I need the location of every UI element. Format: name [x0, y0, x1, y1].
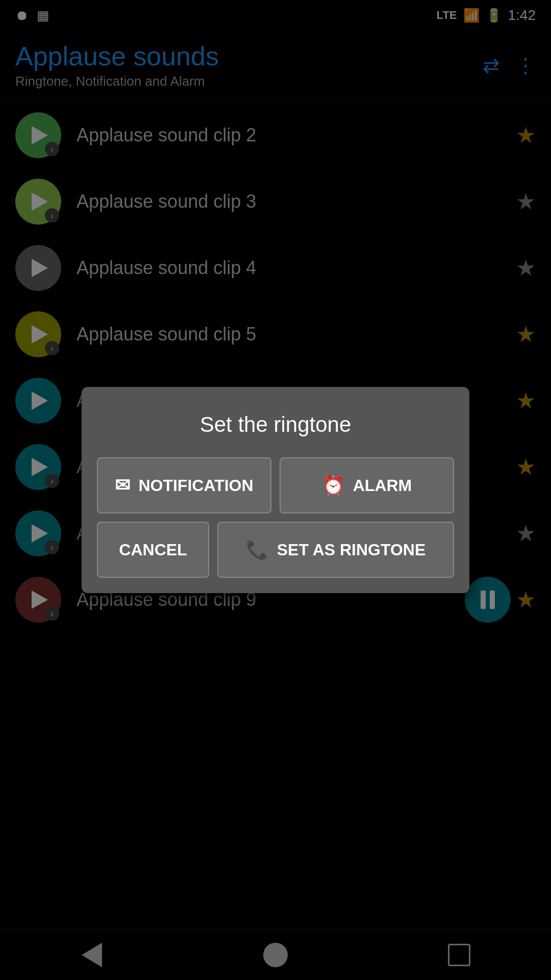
set-ringtone-label: SET AS RINGTONE [277, 541, 426, 559]
dialog-row-2: CANCEL 📞 SET AS RINGTONE [97, 522, 454, 578]
phone-icon: 📞 [246, 539, 269, 560]
ringtone-dialog: Set the ringtone ✉ NOTIFICATION ⏰ ALARM … [82, 387, 469, 593]
set-ringtone-button[interactable]: 📞 SET AS RINGTONE [217, 522, 454, 578]
dialog-title: Set the ringtone [97, 412, 454, 437]
alarm-button[interactable]: ⏰ ALARM [280, 457, 454, 513]
notification-button[interactable]: ✉ NOTIFICATION [97, 457, 271, 513]
alarm-icon: ⏰ [322, 475, 345, 496]
notification-label: NOTIFICATION [138, 476, 253, 495]
envelope-icon: ✉ [115, 475, 130, 496]
alarm-label: ALARM [353, 476, 412, 495]
cancel-button[interactable]: CANCEL [97, 522, 209, 578]
dialog-overlay: Set the ringtone ✉ NOTIFICATION ⏰ ALARM … [0, 0, 551, 980]
dialog-row-1: ✉ NOTIFICATION ⏰ ALARM [97, 457, 454, 513]
cancel-label: CANCEL [119, 541, 187, 559]
